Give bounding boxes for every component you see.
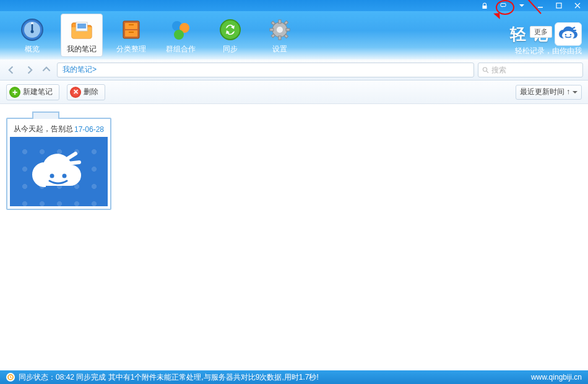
brand-tagline: 轻松记录，由你由我 (515, 46, 582, 56)
svg-point-29 (565, 34, 567, 36)
breadcrumb[interactable]: 我的笔记> (57, 63, 474, 77)
svg-point-28 (562, 31, 574, 40)
svg-point-30 (570, 34, 572, 36)
chevron-down-icon (573, 90, 577, 95)
delete-label: 删除 (84, 87, 98, 97)
main-toolbar: 概览 我的笔记 分类整理 群组合作 同步 设置 轻 记 (0, 11, 588, 59)
new-note-label: 新建笔记 (23, 87, 53, 97)
toolbar-overview[interactable]: 概览 (11, 14, 53, 57)
svg-rect-21 (279, 36, 281, 40)
sort-dropdown[interactable]: 最近更新时间 ↑ (516, 85, 582, 100)
maximize-button[interactable] (550, 1, 568, 11)
toolbar-label: 我的笔记 (67, 44, 97, 55)
svg-rect-2 (556, 3, 561, 8)
svg-rect-23 (286, 28, 290, 31)
x-icon: ✕ (70, 87, 81, 98)
svg-rect-11 (125, 30, 137, 37)
toolbar-category[interactable]: 分类整理 (110, 14, 152, 57)
up-button[interactable] (40, 63, 53, 77)
toolbar-label: 设置 (272, 44, 287, 55)
toolbar-label: 群组合作 (166, 44, 196, 55)
svg-rect-12 (129, 24, 134, 25)
toolbar-sync[interactable]: 同步 (209, 14, 251, 57)
drawer-icon (118, 17, 144, 43)
svg-rect-0 (501, 4, 506, 7)
compass-icon (19, 17, 45, 43)
svg-rect-8 (77, 24, 86, 28)
chat-icon[interactable] (494, 1, 512, 11)
sort-label: 最近更新时间 ↑ (520, 87, 570, 97)
note-header: 从今天起，告别总 17-06-28 (7, 119, 110, 137)
toolbar-label: 概览 (25, 44, 40, 55)
svg-point-19 (277, 27, 283, 33)
back-button[interactable] (5, 63, 19, 77)
note-thumbnail (10, 137, 108, 206)
navigation-row: 我的笔记> (0, 59, 588, 81)
svg-rect-13 (129, 32, 134, 33)
search-icon (482, 66, 489, 74)
clock-icon (6, 373, 15, 382)
toolbar-group[interactable]: 群组合作 (160, 14, 202, 57)
toolbar-label: 分类整理 (116, 44, 146, 55)
status-text: 同步状态：08:42 同步完成 其中有1个附件未能正常处理,与服务器共对比9次数… (19, 372, 319, 383)
gear-icon (267, 17, 293, 43)
svg-point-6 (31, 30, 34, 33)
notes-grid: 从今天起，告别总 17-06-28 (0, 104, 588, 370)
toolbar-label: 同步 (223, 44, 238, 55)
note-tab-decor (32, 111, 59, 119)
status-bar: 同步状态：08:42 同步完成 其中有1个附件未能正常处理,与服务器共对比9次数… (0, 370, 588, 384)
svg-point-31 (483, 67, 486, 71)
svg-rect-1 (538, 7, 543, 8)
sync-icon (217, 17, 243, 43)
action-row: + 新建笔记 ✕ 删除 最近更新时间 ↑ (0, 81, 588, 104)
people-icon (168, 17, 194, 43)
note-card[interactable]: 从今天起，告别总 17-06-28 (6, 118, 111, 210)
svg-rect-22 (270, 28, 274, 31)
note-date: 17-06-28 (74, 125, 104, 134)
note-title: 从今天起，告别总 (14, 124, 73, 134)
lock-icon[interactable] (475, 1, 494, 11)
plus-icon: + (9, 87, 20, 98)
website-link[interactable]: www.qingbiji.cn (531, 373, 582, 382)
forward-button[interactable] (22, 63, 36, 77)
brand-title-1: 轻 (510, 24, 527, 45)
svg-point-17 (220, 20, 240, 40)
svg-point-16 (174, 30, 184, 40)
folder-icon (69, 17, 95, 43)
svg-rect-10 (125, 23, 137, 29)
delete-button[interactable]: ✕ 删除 (67, 84, 105, 100)
minimize-button[interactable] (531, 1, 550, 11)
svg-rect-20 (279, 20, 281, 24)
search-input[interactable] (491, 66, 579, 74)
titlebar (0, 0, 588, 11)
toolbar-mynotes[interactable]: 我的笔记 (61, 14, 103, 57)
more-badge[interactable]: 更多 (530, 26, 552, 38)
toolbar-settings[interactable]: 设置 (259, 14, 301, 57)
new-note-button[interactable]: + 新建笔记 (6, 84, 59, 100)
cloud-logo-icon (555, 22, 582, 46)
breadcrumb-text: 我的笔记> (63, 64, 97, 75)
close-button[interactable] (568, 1, 587, 11)
search-box[interactable] (478, 63, 583, 77)
dropdown-icon[interactable] (512, 1, 531, 11)
